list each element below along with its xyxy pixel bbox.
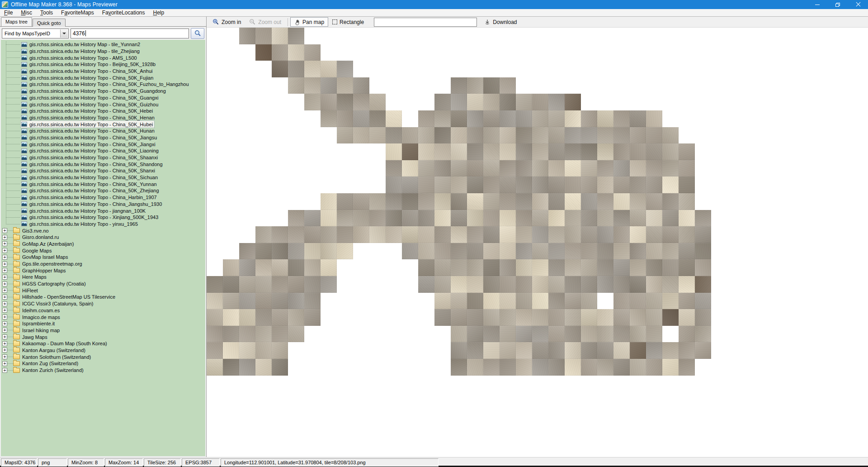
expand-plus-icon[interactable]: + bbox=[2, 288, 7, 293]
map-tile bbox=[369, 110, 386, 127]
tree-item-map-source[interactable]: gis.rchss.sinica.edu.tw History Topo - C… bbox=[1, 154, 205, 161]
tree-folder[interactable]: +Kanton Zug (Switzerland) bbox=[1, 360, 205, 367]
expand-plus-icon[interactable]: + bbox=[2, 328, 7, 333]
tree-folder[interactable]: +GoMap.Az (Azerbaijan) bbox=[1, 241, 205, 248]
tree-folder[interactable]: +Imagico.de maps bbox=[1, 314, 205, 320]
expand-plus-icon[interactable]: + bbox=[2, 228, 7, 233]
tree-item-map-source[interactable]: gis.rchss.sinica.edu.tw History Map - ti… bbox=[1, 48, 205, 55]
tree-item-map-source[interactable]: gis.rchss.sinica.edu.tw History Topo - C… bbox=[1, 68, 205, 75]
expand-plus-icon[interactable]: + bbox=[2, 308, 7, 313]
expand-plus-icon[interactable]: + bbox=[2, 315, 7, 319]
expand-plus-icon[interactable]: + bbox=[2, 268, 7, 273]
tree-item-map-source[interactable]: gis.rchss.sinica.edu.tw History Topo - A… bbox=[1, 54, 205, 61]
tree-folder[interactable]: +GraphHopper Maps bbox=[1, 267, 205, 274]
zoom-in-button[interactable]: Zoom in bbox=[208, 17, 245, 27]
expand-plus-icon[interactable]: + bbox=[2, 368, 7, 373]
tree-item-map-source[interactable]: gis.rchss.sinica.edu.tw History Topo - C… bbox=[1, 108, 205, 114]
tree-item-map-source[interactable]: gis.rchss.sinica.edu.tw History Topo - C… bbox=[1, 101, 205, 108]
tree-folder[interactable]: +Kanton Aargau (Switzerland) bbox=[1, 347, 205, 354]
expand-plus-icon[interactable]: + bbox=[2, 321, 7, 326]
tree-item-map-source[interactable]: gis.rchss.sinica.edu.tw History Topo - C… bbox=[1, 194, 205, 201]
find-by-combobox[interactable]: Find by MapsTypeID bbox=[2, 29, 69, 38]
close-button[interactable] bbox=[848, 0, 868, 9]
restore-button[interactable] bbox=[827, 0, 848, 9]
menu-item-help[interactable]: Help bbox=[149, 9, 169, 16]
tree-item-map-source[interactable]: gis.rchss.sinica.edu.tw History Topo - C… bbox=[1, 95, 205, 101]
tree-folder[interactable]: +Gps.tile.openstreetmap.org bbox=[1, 261, 205, 267]
tree-folder[interactable]: +Kakaomap - Daum Map (South Korea) bbox=[1, 340, 205, 347]
map-tile bbox=[516, 309, 532, 326]
tree-folder[interactable]: +GovMap Israel Maps bbox=[1, 254, 205, 261]
tree-folder[interactable]: +Hillshade - OpenStreetMap US Tileservic… bbox=[1, 294, 205, 300]
tree-item-map-source[interactable]: gis.rchss.sinica.edu.tw History Topo - X… bbox=[1, 214, 205, 221]
tree-item-map-source[interactable]: gis.rchss.sinica.edu.tw History Topo - C… bbox=[1, 187, 205, 194]
map-tile bbox=[679, 309, 695, 326]
tree-folder[interactable]: +Israel hiking map bbox=[1, 327, 205, 334]
menu-item-misc[interactable]: Misc bbox=[17, 9, 36, 16]
tab-maps-tree[interactable]: Maps tree bbox=[1, 17, 32, 26]
expand-plus-icon[interactable]: + bbox=[2, 334, 7, 339]
minimize-button[interactable] bbox=[807, 0, 827, 9]
tree-folder[interactable]: +Ideihm.covam.es bbox=[1, 307, 205, 314]
rectangle-button[interactable]: Rectangle bbox=[328, 17, 368, 27]
menu-item-favoritelocations[interactable]: FavoriteLocations bbox=[98, 9, 149, 16]
tree-item-map-source[interactable]: gis.rchss.sinica.edu.tw History Topo - C… bbox=[1, 81, 205, 88]
tree-item-map-source[interactable]: gis.rchss.sinica.edu.tw History Topo - C… bbox=[1, 128, 205, 134]
expand-plus-icon[interactable]: + bbox=[2, 262, 7, 267]
combo-dropdown-arrow[interactable] bbox=[60, 29, 68, 38]
expand-plus-icon[interactable]: + bbox=[2, 248, 7, 253]
pan-map-button[interactable]: Pan map bbox=[290, 17, 328, 27]
tree-item-map-source[interactable]: gis.rchss.sinica.edu.tw History Map - ti… bbox=[1, 41, 205, 48]
tree-folder[interactable]: +Jawg Maps bbox=[1, 334, 205, 340]
tree-folder[interactable]: +Gisro.donland.ru bbox=[1, 234, 205, 241]
tree-folder[interactable]: +Isprambiente.it bbox=[1, 320, 205, 327]
tree-folder[interactable]: +Here Maps bbox=[1, 274, 205, 281]
expand-plus-icon[interactable]: + bbox=[2, 361, 7, 366]
tree-item-map-source[interactable]: gis.rchss.sinica.edu.tw History Topo - C… bbox=[1, 174, 205, 181]
tree-item-map-source[interactable]: gis.rchss.sinica.edu.tw History Topo - C… bbox=[1, 141, 205, 148]
menu-item-tools[interactable]: Tools bbox=[36, 9, 57, 16]
menu-item-file[interactable]: File bbox=[0, 9, 17, 16]
search-input[interactable]: 4376 bbox=[71, 29, 189, 38]
tree-folder[interactable]: +HGSS Cartography (Croatia) bbox=[1, 281, 205, 287]
download-button[interactable]: Download bbox=[480, 17, 521, 27]
toolbar-textbox[interactable] bbox=[374, 18, 477, 27]
search-button[interactable] bbox=[191, 28, 204, 39]
maps-tree[interactable]: gis.rchss.sinica.edu.tw History Map - ti… bbox=[1, 40, 205, 456]
expand-plus-icon[interactable]: + bbox=[2, 295, 7, 300]
tree-item-map-source[interactable]: gis.rchss.sinica.edu.tw History Topo - C… bbox=[1, 134, 205, 141]
status-cell: EPSG:3857 bbox=[182, 458, 220, 467]
expand-plus-icon[interactable]: + bbox=[2, 255, 7, 260]
map-tile bbox=[500, 226, 516, 243]
tree-item-map-source[interactable]: gis.rchss.sinica.edu.tw History Topo - B… bbox=[1, 61, 205, 68]
map-canvas[interactable] bbox=[207, 28, 868, 457]
tree-item-map-source[interactable]: gis.rchss.sinica.edu.tw History Topo - C… bbox=[1, 88, 205, 95]
tree-item-map-source[interactable]: gis.rchss.sinica.edu.tw History Topo - C… bbox=[1, 121, 205, 128]
tree-item-map-source[interactable]: gis.rchss.sinica.edu.tw History Topo - C… bbox=[1, 114, 205, 121]
expand-plus-icon[interactable]: + bbox=[2, 281, 7, 286]
tab-quick-goto[interactable]: Quick goto bbox=[33, 19, 66, 27]
zoom-out-button[interactable]: Zoom out bbox=[245, 17, 285, 27]
expand-plus-icon[interactable]: + bbox=[2, 235, 7, 240]
tree-folder[interactable]: +HiFleet bbox=[1, 287, 205, 294]
tree-item-map-source[interactable]: gis.rchss.sinica.edu.tw History Topo - C… bbox=[1, 161, 205, 167]
tree-item-map-source[interactable]: gis.rchss.sinica.edu.tw History Topo - y… bbox=[1, 221, 205, 228]
tree-item-map-source[interactable]: gis.rchss.sinica.edu.tw History Topo - C… bbox=[1, 201, 205, 208]
tree-item-map-source[interactable]: gis.rchss.sinica.edu.tw History Topo - C… bbox=[1, 148, 205, 154]
menu-item-favoritemaps[interactable]: FavoriteMaps bbox=[57, 9, 98, 16]
expand-plus-icon[interactable]: + bbox=[2, 348, 7, 353]
expand-plus-icon[interactable]: + bbox=[2, 341, 7, 346]
tree-folder[interactable]: +Kanton Solothurn (Switzerland) bbox=[1, 353, 205, 360]
expand-plus-icon[interactable]: + bbox=[2, 275, 7, 280]
expand-plus-icon[interactable]: + bbox=[2, 241, 7, 246]
tree-item-map-source[interactable]: gis.rchss.sinica.edu.tw History Topo - C… bbox=[1, 181, 205, 187]
expand-plus-icon[interactable]: + bbox=[2, 301, 7, 306]
tree-folder[interactable]: +ICGC Vissir3 (Catalunya, Spain) bbox=[1, 300, 205, 307]
tree-folder[interactable]: +Kanton Zurich (Switzerland) bbox=[1, 367, 205, 374]
expand-plus-icon[interactable]: + bbox=[2, 354, 7, 359]
tree-folder[interactable]: +Gis3.nve.no bbox=[1, 227, 205, 234]
tree-item-map-source[interactable]: gis.rchss.sinica.edu.tw History Topo - C… bbox=[1, 74, 205, 81]
tree-item-map-source[interactable]: gis.rchss.sinica.edu.tw History Topo - C… bbox=[1, 167, 205, 174]
tree-folder[interactable]: +Google Maps bbox=[1, 247, 205, 254]
tree-item-map-source[interactable]: gis.rchss.sinica.edu.tw History Topo - j… bbox=[1, 207, 205, 214]
